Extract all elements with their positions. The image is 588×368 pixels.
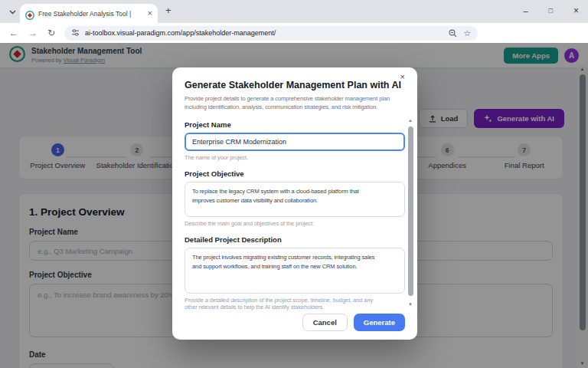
browser-window: Free Stakeholder Analysis Tool | × + – □… (0, 0, 588, 368)
modal-project-objective-label: Project Objective (185, 169, 405, 178)
window-minimize-button[interactable]: – (523, 6, 528, 15)
generate-button[interactable]: Generate (354, 314, 405, 331)
modal-detailed-description-textarea[interactable]: The project involves migrating existing … (185, 248, 405, 294)
tab-search-chevron-icon[interactable] (6, 6, 18, 18)
browser-tab-strip: Free Stakeholder Analysis Tool | × + – □… (0, 0, 588, 23)
window-close-button[interactable]: × (573, 5, 579, 16)
modal-detailed-description-helper: Provide a detailed description of the pr… (185, 297, 405, 310)
modal-scrollbar-thumb[interactable] (408, 127, 413, 296)
modal-scrollbar-up-arrow-icon[interactable]: ▲ (407, 118, 414, 123)
browser-tab[interactable]: Free Stakeholder Analysis Tool | × (20, 4, 158, 23)
bookmark-star-icon[interactable]: ☆ (463, 28, 471, 38)
site-settings-tune-icon[interactable] (71, 26, 80, 40)
tab-close-icon[interactable]: × (148, 9, 152, 18)
modal-scrollbar-down-arrow-icon[interactable]: ▼ (407, 302, 414, 307)
modal-project-objective-textarea[interactable]: To replace the legacy CRM system with a … (185, 182, 405, 217)
browser-toolbar: ← → ↻ ai-toolbox.visual-paradigm.com/app… (0, 23, 588, 43)
zoom-out-icon[interactable] (449, 29, 457, 38)
back-button[interactable]: ← (9, 28, 18, 38)
reload-button[interactable]: ↻ (47, 28, 55, 38)
window-maximize-button[interactable]: □ (549, 7, 553, 15)
new-tab-button[interactable]: + (165, 5, 172, 16)
url-text[interactable]: ai-toolbox.visual-paradigm.com/app/stake… (85, 29, 443, 37)
forward-button[interactable]: → (28, 28, 38, 38)
tab-title: Free Stakeholder Analysis Tool | (38, 10, 144, 18)
address-bar[interactable]: ai-toolbox.visual-paradigm.com/app/stake… (64, 26, 478, 41)
modal-project-name-helper: The name of your project. (185, 154, 405, 161)
modal-project-name-input[interactable] (185, 133, 405, 151)
generate-plan-modal: × Generate Stakeholder Management Plan w… (172, 67, 417, 340)
modal-scrollbar[interactable]: ▲ ▼ (407, 118, 414, 307)
modal-footer: Cancel Generate (302, 314, 405, 331)
window-controls: – □ × (523, 2, 579, 19)
modal-title: Generate Stakeholder Management Plan wit… (185, 80, 405, 90)
modal-project-objective-helper: Describe the main goal and objectives of… (185, 220, 405, 227)
modal-description: Provide project details to generate a co… (185, 94, 408, 112)
modal-project-name-label: Project Name (185, 120, 405, 129)
modal-detailed-description-label: Detailed Project Description (185, 235, 405, 244)
modal-detailed-description-helper-clip: Provide a detailed description of the pr… (185, 297, 405, 311)
modal-close-icon[interactable]: × (396, 71, 410, 82)
cancel-button[interactable]: Cancel (302, 314, 348, 331)
site-favicon-icon (25, 9, 34, 18)
